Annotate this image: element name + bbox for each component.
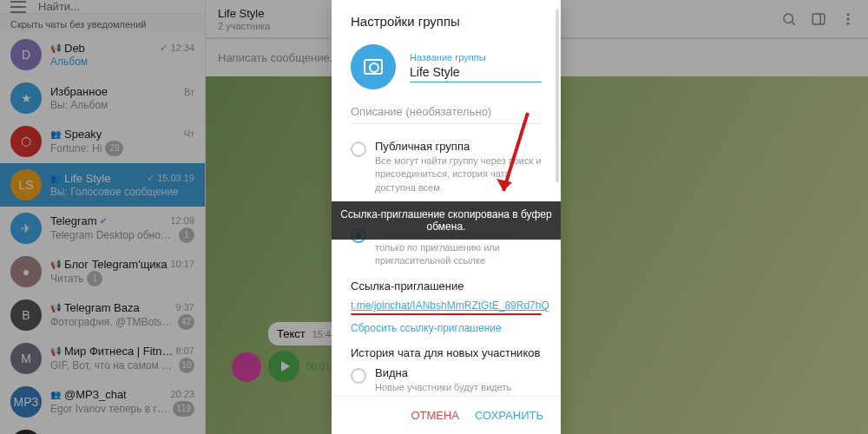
group-name-input[interactable] <box>410 62 542 82</box>
svg-line-7 <box>503 113 528 191</box>
camera-icon <box>364 59 383 75</box>
save-button[interactable]: СОХРАНИТЬ <box>475 409 543 422</box>
radio-icon <box>351 368 366 384</box>
radio-icon <box>351 141 366 157</box>
invite-link[interactable]: t.me/joinchat/IANbshMmRZtGtE_89Rd7hQ <box>351 299 542 312</box>
history-section: История чата для новых участников <box>351 346 542 359</box>
reset-link[interactable]: Сбросить ссылку-приглашение <box>351 322 542 334</box>
modal-title: Настройки группы <box>351 14 542 29</box>
svg-marker-8 <box>496 179 512 191</box>
cancel-button[interactable]: ОТМЕНА <box>411 409 459 422</box>
annotation-arrow-icon <box>493 104 536 208</box>
invite-link-section: Ссылка-приглашение <box>351 279 542 293</box>
scrollbar[interactable] <box>556 9 559 182</box>
history-visible-radio[interactable]: Видна Новые участники будут видеть полну… <box>351 366 542 396</box>
group-settings-modal: Настройки группы Название группы Описани… <box>332 0 561 434</box>
name-label: Название группы <box>410 52 542 62</box>
group-avatar[interactable] <box>351 44 396 89</box>
visible-desc: Новые участники будут видеть полную исто… <box>375 381 542 396</box>
visible-label: Видна <box>375 366 542 379</box>
annotation-underline <box>351 313 542 315</box>
